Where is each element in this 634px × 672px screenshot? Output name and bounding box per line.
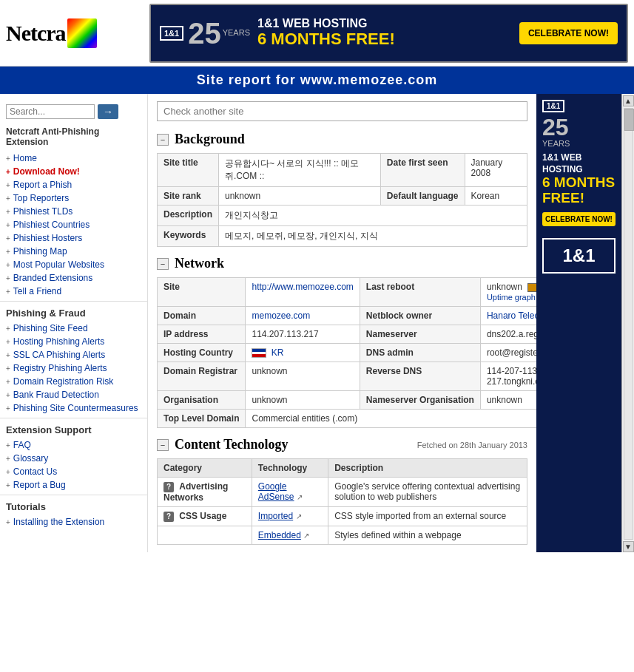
right-ad-logo-large: 1&1	[542, 238, 616, 274]
search-button[interactable]: →	[98, 104, 118, 119]
net-dns-admin-label: DNS admin	[360, 344, 480, 362]
right-ad-years-label: YEARS	[542, 139, 616, 148]
sidebar-item-branded-ext[interactable]: +Branded Extensions	[0, 271, 147, 285]
sidebar-item-phishiest-countries[interactable]: +Phishiest Countries	[0, 218, 147, 231]
network-section-header: − Network	[157, 256, 527, 271]
ad-years-graphic: 25	[188, 18, 221, 48]
site-rank-label: Site rank	[158, 187, 219, 206]
tutorials-title: Tutorials	[0, 495, 147, 515]
extension-support-title: Extension Support	[0, 418, 147, 438]
table-row: Embedded ↗ Styles defined within a webpa…	[158, 526, 527, 544]
date-first-seen-label: Date first seen	[380, 154, 465, 187]
row1-category: ? Advertising Networks	[158, 478, 252, 507]
sidebar-item-installing[interactable]: +Installing the Extension	[0, 515, 147, 529]
sidebar-item-home[interactable]: +Home	[0, 152, 147, 165]
net-domain-label: Domain	[158, 307, 246, 325]
row2-description: CSS style imported from an external sour…	[328, 507, 527, 526]
sidebar-item-phishing-map[interactable]: +Phishing Map	[0, 245, 147, 258]
scroll-thumb[interactable]	[624, 109, 634, 131]
sidebar-item-contact[interactable]: +Contact Us	[0, 465, 147, 478]
sidebar-item-faq[interactable]: +FAQ	[0, 438, 147, 452]
sidebar-item-registry-phishing[interactable]: +Registry Phishing Alerts	[0, 362, 147, 375]
network-table: Site http://www.memozee.com Last reboot …	[157, 277, 581, 428]
sidebar-item-domain-reg[interactable]: +Domain Registration Risk	[0, 375, 147, 388]
right-ad-hosting-title: 1&1 WEB HOSTING	[542, 152, 616, 175]
right-ad-logo: 1&1	[542, 100, 564, 112]
row3-tech-link[interactable]: Embedded	[258, 530, 301, 540]
sidebar-item-ssl-ca[interactable]: +SSL CA Phishing Alerts	[0, 348, 147, 362]
sidebar-item-most-popular[interactable]: +Most Popular Websites	[0, 258, 147, 271]
sidebar-item-glossary[interactable]: +Glossary	[0, 452, 147, 465]
check-another-input[interactable]	[157, 101, 527, 121]
uptime-graph-link[interactable]: Uptime graph	[487, 293, 536, 302]
ad-line2: 6 MONTHS FREE!	[257, 30, 519, 48]
content-tech-table: Category Technology Description ? Advert…	[157, 458, 527, 545]
sidebar: → Netcraft Anti-Phishing Extension +Home…	[0, 94, 148, 552]
flag-icon	[252, 348, 266, 358]
sidebar-section-title: Netcraft Anti-Phishing Extension	[0, 123, 147, 152]
net-org-value: unknown	[246, 391, 360, 410]
background-title: Background	[175, 132, 245, 147]
sidebar-item-phishing-site-feed[interactable]: +Phishing Site Feed	[0, 322, 147, 335]
scroll-down-btn[interactable]: ▼	[623, 541, 634, 552]
site-title-value: 공유합시다~ 서로의 지식!!! :: 메모쥐.COM ::	[219, 154, 381, 187]
content-tech-section-header: − Content Technology Fetched on 28th Jan…	[157, 437, 527, 452]
col-description: Description	[328, 459, 527, 478]
ad-celebrate-button[interactable]: CELEBRATE NOW!	[519, 22, 618, 44]
right-ad-btn[interactable]: CELEBRATE NOW!	[542, 212, 616, 226]
table-row: ? Advertising Networks Google AdSense ↗ …	[158, 478, 527, 507]
net-tld-label: Top Level Domain	[158, 410, 246, 428]
content-tech-collapse-btn[interactable]: −	[157, 439, 169, 451]
netcraft-logo: Netcra	[6, 18, 97, 48]
sidebar-item-phishing-countermeasures[interactable]: +Phishing Site Countermeasures	[0, 401, 147, 415]
row3-description: Styles defined within a webpage	[328, 526, 527, 544]
net-hc-label: Hosting Country	[158, 344, 246, 362]
row2-tech-link[interactable]: Imported	[258, 511, 293, 521]
network-collapse-btn[interactable]: −	[157, 258, 169, 270]
net-dr-value: unknown	[246, 362, 360, 391]
net-ip-value: 114.207.113.217	[246, 325, 360, 344]
sidebar-item-top-reporters[interactable]: +Top Reporters	[0, 191, 147, 205]
row1-description: Google's service offering contextual adv…	[328, 478, 527, 507]
network-title: Network	[175, 256, 224, 271]
search-input[interactable]	[6, 104, 95, 119]
row1-tech-link[interactable]: Google AdSense	[258, 481, 294, 502]
sidebar-item-bank-fraud[interactable]: +Bank Fraud Detection	[0, 388, 147, 401]
sidebar-item-phishiest-tlds[interactable]: +Phishiest TLDs	[0, 205, 147, 218]
net-hc-link[interactable]: KR	[272, 347, 284, 358]
col-category: Category	[158, 459, 252, 478]
search-bar: →	[0, 100, 147, 123]
ad-banner: 1&1 25 YEARS 1&1 WEB HOSTING 6 MONTHS FR…	[149, 4, 628, 63]
sidebar-item-tell-friend[interactable]: +Tell a Friend	[0, 285, 147, 298]
sidebar-item-report-bug[interactable]: +Report a Bug	[0, 478, 147, 492]
date-first-seen-value: January 2008	[465, 154, 527, 187]
row2-technology: Imported ↗	[252, 507, 328, 526]
net-netblock-label: Netblock owner	[360, 307, 480, 325]
ad-line1: 1&1 WEB HOSTING	[257, 17, 519, 30]
scroll-up-btn[interactable]: ▲	[623, 95, 634, 106]
row1-technology: Google AdSense ↗	[252, 478, 328, 507]
content-tech-title: Content Technology	[175, 437, 289, 452]
net-tld-value: Commercial entities (.com)	[246, 410, 581, 428]
net-ns-label: Nameserver	[360, 325, 480, 344]
ad-logo: 1&1	[160, 26, 183, 41]
sidebar-item-hosting-phishing[interactable]: +Hosting Phishing Alerts	[0, 335, 147, 348]
row3-category	[158, 526, 252, 544]
fetched-text: Fetched on 28th January 2013	[289, 441, 527, 449]
right-ad-free: 6 MONTHS FREE!	[542, 175, 616, 206]
net-site-link[interactable]: http://www.memozee.com	[252, 282, 353, 292]
net-site-label: Site	[158, 278, 246, 307]
sidebar-item-download[interactable]: +Download Now!	[0, 165, 147, 178]
phishing-fraud-title: Phishing & Fraud	[0, 301, 147, 322]
background-section-header: − Background	[157, 132, 527, 147]
background-collapse-btn[interactable]: −	[157, 134, 169, 146]
row3-technology: Embedded ↗	[252, 526, 328, 544]
table-row: ? CSS Usage Imported ↗ CSS style importe…	[158, 507, 527, 526]
net-dr-label: Domain Registrar	[158, 362, 246, 391]
keywords-label: Keywords	[158, 226, 219, 247]
net-org-label: Organisation	[158, 391, 246, 410]
sidebar-item-report-phish[interactable]: +Report a Phish	[0, 178, 147, 191]
sidebar-item-phishiest-hosters[interactable]: +Phishiest Hosters	[0, 231, 147, 245]
net-domain-link[interactable]: memozee.com	[252, 310, 310, 321]
net-domain-value: memozee.com	[246, 307, 360, 325]
